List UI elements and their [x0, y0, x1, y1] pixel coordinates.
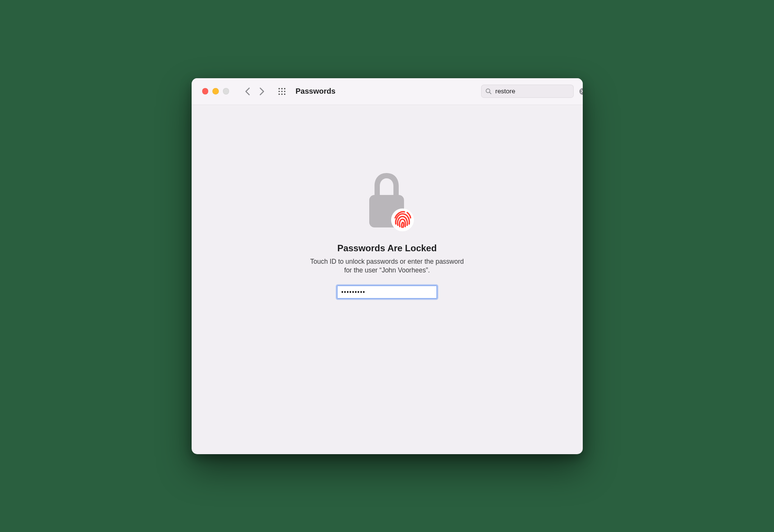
- show-all-button[interactable]: [277, 87, 286, 96]
- search-input[interactable]: [495, 87, 576, 96]
- svg-point-0: [279, 88, 280, 89]
- locked-heading: Passwords Are Locked: [337, 243, 437, 254]
- svg-point-4: [281, 91, 283, 92]
- nav-back-button[interactable]: [244, 87, 251, 96]
- svg-point-5: [284, 91, 286, 92]
- settings-window: Passwords: [192, 78, 583, 454]
- clear-search-button[interactable]: [579, 88, 583, 95]
- nav-forward-button[interactable]: [259, 87, 265, 96]
- svg-point-3: [279, 91, 280, 92]
- svg-point-7: [281, 93, 283, 95]
- touchid-icon: [390, 208, 415, 232]
- toolbar: Passwords: [192, 78, 583, 105]
- locked-subtitle: Touch ID to unlock passwords or enter th…: [308, 257, 466, 275]
- search-field-wrap: [481, 85, 574, 98]
- passwords-locked-panel: Passwords Are Locked Touch ID to unlock …: [192, 105, 583, 454]
- svg-point-6: [279, 93, 280, 95]
- nav-arrows: [244, 87, 265, 96]
- svg-line-10: [489, 92, 491, 94]
- lock-graphic: [362, 173, 412, 234]
- password-input[interactable]: [341, 288, 433, 296]
- svg-point-8: [284, 93, 286, 95]
- svg-point-1: [281, 88, 283, 89]
- search-icon: [485, 88, 492, 94]
- close-window-button[interactable]: [202, 88, 209, 94]
- zoom-window-button[interactable]: [223, 88, 229, 94]
- minimize-window-button[interactable]: [212, 88, 219, 94]
- password-field-wrap: [337, 286, 437, 298]
- window-controls: [202, 88, 229, 94]
- panel-title: Passwords: [296, 87, 336, 96]
- svg-point-2: [284, 88, 286, 89]
